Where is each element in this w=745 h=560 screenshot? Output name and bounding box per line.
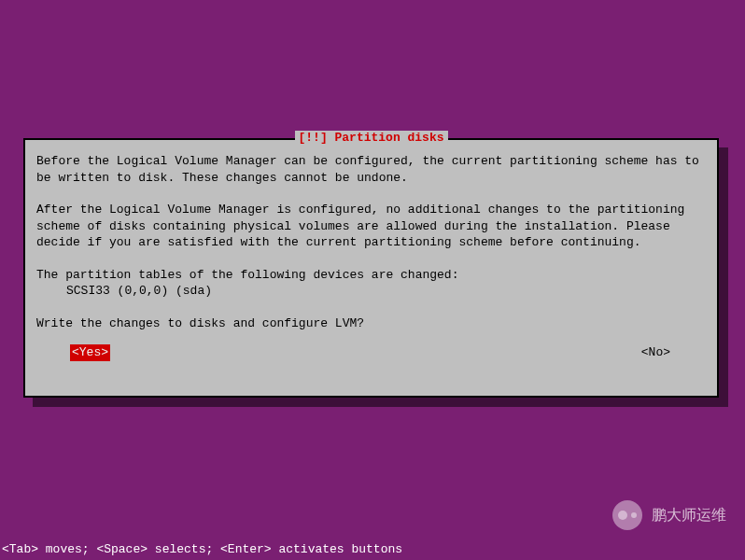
- watermark: 鹏大师运维: [612, 500, 726, 530]
- dialog-title-text: [!!] Partition disks: [298, 131, 443, 145]
- keyboard-hint: <Tab> moves; <Space> selects; <Enter> ac…: [2, 542, 402, 556]
- device-entry: SCSI33 (0,0,0) (sda): [36, 283, 706, 300]
- dialog-content: Before the Logical Volume Manager can be…: [25, 140, 717, 374]
- watermark-text: 鹏大师运维: [652, 506, 726, 525]
- dialog-title: [!!] Partition disks: [294, 131, 447, 145]
- button-row: <Yes> <No>: [36, 344, 706, 361]
- dialog-question: Write the changes to disks and configure…: [36, 315, 706, 332]
- devices-block: The partition tables of the following de…: [36, 267, 706, 300]
- dialog-paragraph-1: Before the Logical Volume Manager can be…: [36, 153, 706, 186]
- wechat-icon: [612, 500, 642, 530]
- yes-button[interactable]: <Yes>: [70, 344, 110, 361]
- devices-intro: The partition tables of the following de…: [36, 268, 458, 282]
- dialog-paragraph-2: After the Logical Volume Manager is conf…: [36, 202, 706, 251]
- no-button[interactable]: <No>: [640, 344, 672, 361]
- partition-dialog: [!!] Partition disks Before the Logical …: [23, 138, 719, 398]
